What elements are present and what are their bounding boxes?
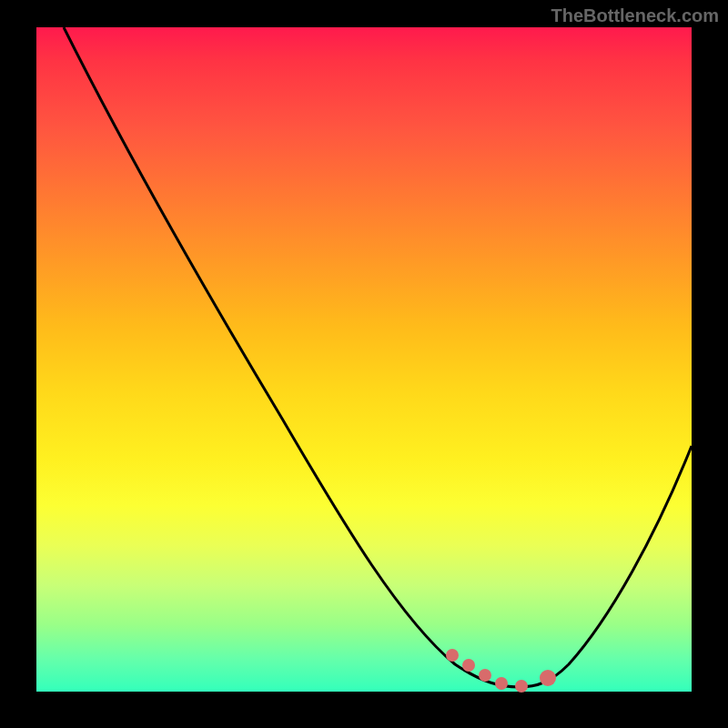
optimal-marker bbox=[446, 649, 459, 662]
watermark-text: TheBottleneck.com bbox=[551, 5, 719, 26]
optimal-marker bbox=[495, 677, 508, 690]
optimal-marker bbox=[515, 680, 528, 693]
optimal-marker bbox=[462, 659, 475, 672]
optimal-marker bbox=[479, 669, 491, 682]
bottleneck-curve bbox=[64, 27, 692, 687]
optimal-marker-end bbox=[540, 670, 556, 686]
curve-svg bbox=[36, 27, 692, 692]
plot-area bbox=[36, 27, 692, 692]
